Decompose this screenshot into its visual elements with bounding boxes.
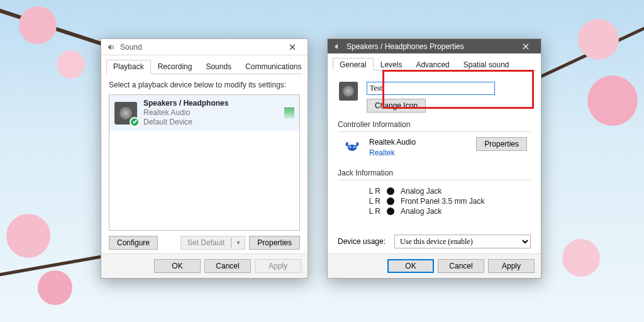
tab-levels[interactable]: Levels — [374, 58, 409, 70]
playback-device-item[interactable]: Speakers / Headphones Realtek Audio Defa… — [109, 95, 299, 131]
ok-button[interactable]: OK — [387, 259, 434, 273]
jack-dot-icon — [387, 197, 394, 205]
tab-sounds[interactable]: Sounds — [199, 60, 238, 74]
sound-window: Sound Playback Recording Sounds Communic… — [101, 38, 308, 279]
configure-button[interactable]: Configure — [109, 236, 158, 250]
jack-row: L R Analog Jack — [363, 187, 527, 196]
sound-titlebar[interactable]: Sound — [101, 39, 308, 55]
device-properties-button[interactable]: Properties — [249, 236, 300, 250]
device-usage-label: Device usage: — [338, 237, 386, 246]
controller-section-label: Controller Information — [338, 120, 531, 129]
jack-dot-icon — [387, 187, 394, 195]
sound-footer: OK Cancel Apply — [101, 253, 308, 278]
svg-point-1 — [350, 147, 352, 148]
chevron-down-icon: ▼ — [231, 238, 245, 248]
default-check-icon — [130, 117, 140, 127]
playback-hint: Select a playback device below to modify… — [109, 80, 300, 89]
ok-button[interactable]: OK — [154, 259, 201, 273]
tab-playback[interactable]: Playback — [106, 60, 151, 74]
level-meter-icon — [284, 108, 294, 118]
apply-button[interactable]: Apply — [255, 259, 301, 273]
jack-label: Front Panel 3.5 mm Jack — [401, 197, 484, 206]
device-name: Speakers / Headphones — [143, 99, 278, 108]
close-button[interactable] — [280, 39, 305, 55]
device-large-icon — [339, 82, 358, 101]
realtek-crab-icon — [341, 137, 363, 155]
close-button[interactable] — [513, 39, 538, 53]
controller-name: Realtek Audio — [369, 137, 470, 148]
speaker-icon — [114, 102, 137, 125]
close-icon — [289, 44, 296, 50]
jack-info-group: Jack Information L R Analog Jack L R Fro… — [338, 169, 531, 219]
props-title: Speakers / Headphones Properties — [347, 42, 464, 51]
device-text: Speakers / Headphones Realtek Audio Defa… — [143, 99, 278, 127]
controller-info-group: Controller Information Realtek Audio Rea… — [338, 120, 531, 161]
controller-vendor-link[interactable]: Realtek — [369, 148, 470, 158]
jack-row: L R Analog Jack — [363, 207, 527, 216]
sound-title: Sound — [120, 43, 142, 52]
sound-icon — [106, 42, 116, 52]
change-icon-button[interactable]: Change Icon — [367, 99, 426, 113]
device-driver: Realtek Audio — [143, 108, 278, 118]
device-status: Default Device — [143, 118, 278, 127]
apply-button[interactable]: Apply — [488, 259, 535, 273]
controller-properties-button[interactable]: Properties — [476, 137, 527, 151]
props-titlebar[interactable]: Speakers / Headphones Properties — [328, 39, 541, 53]
device-usage-select[interactable]: Use this device (enable) — [394, 235, 531, 248]
jack-lr: L R — [363, 197, 380, 206]
properties-window: Speakers / Headphones Properties General… — [327, 38, 541, 279]
jack-lr: L R — [363, 187, 380, 196]
tab-communications[interactable]: Communications — [238, 60, 308, 74]
close-icon — [523, 43, 529, 50]
props-tabs: General Levels Advanced Spatial sound — [333, 57, 536, 70]
tab-general[interactable]: General — [333, 58, 374, 70]
jack-lr: L R — [363, 207, 380, 216]
sound-tabs: Playback Recording Sounds Communications — [106, 59, 303, 74]
svg-point-2 — [353, 147, 355, 148]
tab-advanced[interactable]: Advanced — [409, 58, 456, 70]
jack-dot-icon — [387, 208, 394, 215]
props-footer: OK Cancel Apply — [328, 253, 541, 278]
tab-spatial-sound[interactable]: Spatial sound — [457, 58, 516, 70]
playback-device-list[interactable]: Speakers / Headphones Realtek Audio Defa… — [109, 94, 300, 231]
jack-section-label: Jack Information — [338, 169, 531, 177]
cancel-button[interactable]: Cancel — [438, 259, 484, 273]
svg-point-0 — [348, 145, 357, 151]
device-name-input[interactable] — [367, 82, 495, 95]
speaker-small-icon — [333, 42, 343, 52]
tab-recording[interactable]: Recording — [151, 60, 199, 74]
cancel-button[interactable]: Cancel — [204, 259, 251, 273]
jack-label: Analog Jack — [401, 187, 441, 196]
jack-row: L R Front Panel 3.5 mm Jack — [363, 197, 527, 206]
set-default-button[interactable]: Set Default ▼ — [180, 236, 245, 250]
jack-label: Analog Jack — [401, 207, 441, 216]
